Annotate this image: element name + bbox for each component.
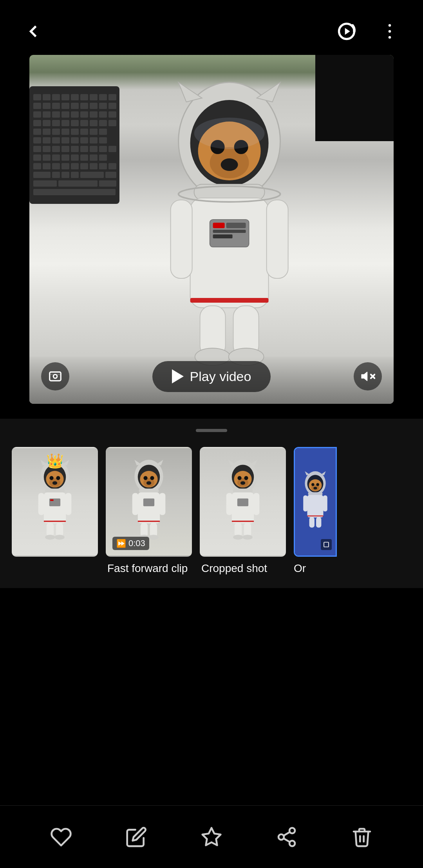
svg-rect-156 xyxy=(143,499,154,507)
drag-handle-bar xyxy=(196,429,227,432)
svg-rect-106 xyxy=(190,198,269,308)
media-label-3: Cropped shot xyxy=(200,562,267,575)
svg-rect-80 xyxy=(71,163,79,169)
svg-rect-22 xyxy=(90,103,98,109)
astronaut-dog-figure xyxy=(155,78,304,384)
media-strip: 👑 xyxy=(0,439,423,588)
svg-rect-33 xyxy=(108,111,116,118)
svg-point-191 xyxy=(316,483,319,486)
svg-rect-46 xyxy=(61,129,69,135)
svg-point-133 xyxy=(56,476,60,480)
svg-rect-50 xyxy=(99,129,107,135)
svg-rect-21 xyxy=(80,103,88,109)
remaster-button[interactable] xyxy=(333,18,360,45)
svg-point-151 xyxy=(146,481,151,485)
svg-rect-139 xyxy=(38,493,45,515)
svg-rect-54 xyxy=(61,137,69,143)
edit-button[interactable] xyxy=(121,821,152,853)
svg-rect-42 xyxy=(108,120,116,126)
svg-rect-65 xyxy=(90,146,98,152)
media-thumb-1[interactable]: 👑 xyxy=(12,447,98,557)
svg-line-204 xyxy=(284,838,290,842)
svg-rect-111 xyxy=(213,234,233,238)
svg-rect-40 xyxy=(90,120,98,126)
svg-point-4 xyxy=(389,30,391,33)
svg-rect-24 xyxy=(108,103,116,109)
svg-rect-158 xyxy=(132,493,139,515)
svg-point-172 xyxy=(244,476,248,480)
svg-rect-195 xyxy=(303,496,307,512)
svg-rect-92 xyxy=(58,180,98,187)
delete-button[interactable] xyxy=(346,821,378,853)
play-video-label: Play video xyxy=(190,369,251,384)
like-button[interactable] xyxy=(45,821,77,853)
svg-rect-89 xyxy=(80,172,104,178)
item-4-badge xyxy=(321,539,332,550)
svg-rect-74 xyxy=(90,154,98,161)
svg-rect-57 xyxy=(90,137,98,143)
play-video-button[interactable]: Play video xyxy=(152,361,271,392)
keyboard-decoration xyxy=(29,86,123,212)
media-item-1[interactable]: 👑 xyxy=(12,447,98,562)
svg-point-132 xyxy=(49,476,53,480)
svg-point-3 xyxy=(389,24,391,27)
svg-point-5 xyxy=(389,36,391,39)
svg-rect-77 xyxy=(43,163,51,169)
svg-rect-110 xyxy=(213,230,246,233)
svg-rect-193 xyxy=(307,495,323,518)
media-label-2: Fast forward clip xyxy=(106,562,188,575)
svg-point-182 xyxy=(242,535,252,539)
svg-point-121 xyxy=(53,374,57,378)
svg-rect-17 xyxy=(43,103,51,109)
media-thumb-2[interactable]: ⏩ 0:03 xyxy=(106,447,192,557)
more-button[interactable] xyxy=(376,18,403,45)
svg-rect-36 xyxy=(52,120,60,126)
thumb-figure-3 xyxy=(201,448,285,556)
svg-rect-38 xyxy=(71,120,79,126)
media-item-4-partial[interactable]: Or xyxy=(294,447,337,575)
media-item-3[interactable]: Cropped shot xyxy=(200,447,286,575)
svg-rect-109 xyxy=(226,223,246,228)
share-button[interactable] xyxy=(271,821,302,853)
svg-rect-112 xyxy=(190,298,269,303)
svg-point-152 xyxy=(143,476,147,480)
svg-rect-16 xyxy=(33,103,41,109)
svg-rect-62 xyxy=(61,146,69,152)
svg-rect-94 xyxy=(33,189,116,195)
svg-point-104 xyxy=(194,118,265,149)
media-item-2[interactable]: ⏩ 0:03 Fast forward clip xyxy=(106,447,192,575)
back-button[interactable] xyxy=(20,18,47,45)
svg-rect-137 xyxy=(50,499,53,501)
mute-button[interactable] xyxy=(354,362,382,390)
header xyxy=(0,0,423,63)
svg-rect-154 xyxy=(139,488,159,493)
media-thumb-3[interactable] xyxy=(200,447,286,557)
screenshot-button[interactable] xyxy=(41,362,69,390)
svg-point-131 xyxy=(52,481,57,485)
svg-rect-23 xyxy=(99,103,107,109)
svg-rect-11 xyxy=(71,94,79,100)
svg-rect-39 xyxy=(80,120,88,126)
svg-rect-88 xyxy=(71,172,79,178)
svg-rect-108 xyxy=(213,223,225,228)
svg-rect-194 xyxy=(307,516,323,516)
svg-rect-79 xyxy=(61,163,69,169)
image-controls: Play video xyxy=(29,357,394,404)
svg-rect-20 xyxy=(71,103,79,109)
sheet-handle[interactable] xyxy=(0,419,423,442)
svg-rect-47 xyxy=(71,129,79,135)
svg-point-170 xyxy=(240,481,245,485)
svg-rect-75 xyxy=(99,154,107,161)
svg-rect-15 xyxy=(108,94,116,100)
svg-rect-90 xyxy=(105,172,116,178)
svg-rect-26 xyxy=(43,111,51,118)
enhance-button[interactable] xyxy=(196,821,227,853)
media-thumb-4[interactable] xyxy=(294,447,337,557)
svg-rect-60 xyxy=(43,146,51,152)
svg-rect-66 xyxy=(99,146,107,152)
svg-rect-48 xyxy=(80,129,88,135)
svg-rect-19 xyxy=(61,103,69,109)
svg-point-101 xyxy=(221,158,238,171)
svg-rect-44 xyxy=(43,129,51,135)
svg-rect-30 xyxy=(80,111,88,118)
